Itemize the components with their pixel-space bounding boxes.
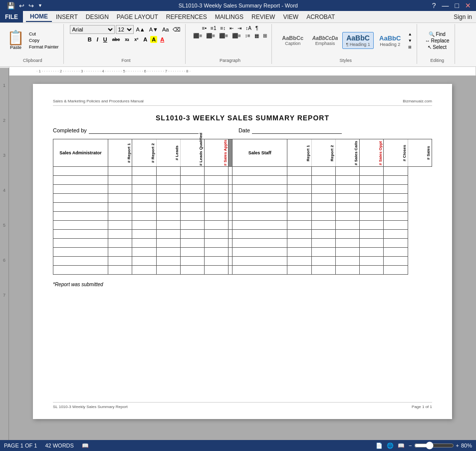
table-cell bbox=[233, 194, 287, 203]
table-cell bbox=[205, 257, 229, 266]
styles-scroll-up[interactable]: ▲ bbox=[407, 31, 414, 37]
style-heading1[interactable]: AaBbC ¶ Heading 1 bbox=[342, 32, 373, 49]
align-right-btn[interactable]: ⬛≡ bbox=[218, 32, 230, 39]
th-appts: # Sales Appts bbox=[205, 139, 229, 167]
subscript-btn[interactable]: x₂ bbox=[123, 36, 131, 42]
help-btn[interactable]: ? bbox=[430, 1, 438, 9]
table-cell bbox=[132, 221, 156, 230]
bold-btn[interactable]: B bbox=[86, 36, 94, 43]
font-family-select[interactable]: Arial bbox=[70, 25, 115, 34]
menu-design[interactable]: DESIGN bbox=[82, 12, 113, 21]
superscript-btn[interactable]: x² bbox=[132, 36, 140, 42]
select-btn[interactable]: ↖Select bbox=[428, 44, 447, 50]
style-heading2[interactable]: AaBbC Heading 2 bbox=[375, 33, 405, 48]
paste-btn[interactable]: 📋 Paste bbox=[5, 30, 26, 51]
font-size-select[interactable]: 12 bbox=[116, 25, 134, 34]
show-hide-btn[interactable]: ¶ bbox=[254, 25, 259, 31]
table-cell bbox=[180, 176, 204, 185]
menu-insert[interactable]: INSERT bbox=[52, 12, 82, 21]
style-emphasis[interactable]: AaBbCcDa Emphasis bbox=[309, 34, 341, 47]
menu-review[interactable]: REVIEW bbox=[247, 12, 279, 21]
table-cell bbox=[233, 212, 287, 221]
styles-scroll-down[interactable]: ▼ bbox=[407, 38, 414, 43]
th-closes: # Closes bbox=[384, 139, 408, 167]
table-cell bbox=[132, 212, 156, 221]
ruler-inner: · 1 · · · · · · · · 2 · · · · · · · · 3 … bbox=[9, 67, 476, 75]
redo-quick-btn[interactable]: ↪ bbox=[27, 1, 35, 10]
page-header-left: Sales & Marketing Policies and Procedure… bbox=[53, 99, 144, 103]
menu-references[interactable]: REFERENCES bbox=[162, 12, 211, 21]
table-cell bbox=[335, 239, 359, 248]
file-menu[interactable]: FILE bbox=[0, 11, 23, 22]
font-label: Font bbox=[67, 58, 186, 63]
table-cell bbox=[360, 248, 384, 257]
menu-home[interactable]: HOME bbox=[26, 12, 52, 22]
bullets-btn[interactable]: ≡• bbox=[201, 25, 208, 31]
minimize-btn[interactable]: — bbox=[440, 1, 451, 9]
text-effect-btn[interactable]: A bbox=[141, 36, 149, 43]
table-cell bbox=[156, 203, 180, 212]
sign-in-btn[interactable]: Sign in bbox=[450, 12, 476, 21]
table-cell bbox=[108, 266, 132, 275]
table-cell bbox=[360, 266, 384, 275]
table-cell bbox=[53, 203, 108, 212]
table-cell bbox=[233, 203, 287, 212]
align-left-btn[interactable]: ⬛≡ bbox=[192, 32, 204, 39]
increase-indent-btn[interactable]: ⇥ bbox=[236, 25, 243, 31]
align-center-btn[interactable]: ⬛≡ bbox=[205, 32, 217, 39]
numbering-btn[interactable]: ≡1 bbox=[209, 25, 218, 31]
clipboard-controls: 📋 Paste Cut Copy Format Painter bbox=[5, 30, 60, 51]
table-cell bbox=[287, 221, 311, 230]
cut-btn[interactable]: Cut bbox=[27, 31, 60, 37]
shading-btn[interactable]: ▦ bbox=[253, 32, 260, 39]
table-cell bbox=[108, 176, 132, 185]
change-case-btn[interactable]: Aa bbox=[161, 26, 170, 33]
line-spacing-btn[interactable]: ↕≡ bbox=[243, 32, 252, 39]
table-cell bbox=[180, 203, 204, 212]
table-cell bbox=[233, 221, 287, 230]
table-cell bbox=[132, 176, 156, 185]
styles-group: AaBbCc Caption AaBbCcDa Emphasis AaBbC ¶… bbox=[275, 24, 417, 64]
replace-btn[interactable]: ↔Replace bbox=[425, 38, 450, 43]
menu-acrobat[interactable]: ACROBAT bbox=[302, 12, 339, 21]
grow-font-btn[interactable]: A▲ bbox=[135, 26, 147, 33]
shrink-font-btn[interactable]: A▼ bbox=[148, 26, 160, 33]
multilevel-btn[interactable]: ≡↕ bbox=[219, 25, 228, 31]
underline-btn[interactable]: U bbox=[101, 36, 109, 43]
strikethrough-btn[interactable]: abc bbox=[110, 36, 122, 42]
table-cell bbox=[311, 212, 335, 221]
justify-btn[interactable]: ⬛≡ bbox=[231, 32, 242, 39]
close-btn[interactable]: ✕ bbox=[463, 1, 473, 9]
more-quick-btn[interactable]: ▼ bbox=[37, 2, 43, 8]
highlight-btn[interactable]: A bbox=[150, 36, 157, 43]
table-cell bbox=[132, 248, 156, 257]
styles-more[interactable]: ⊞ bbox=[407, 44, 414, 50]
format-painter-btn[interactable]: Format Painter bbox=[27, 44, 60, 50]
save-quick-btn[interactable]: 💾 bbox=[6, 1, 16, 10]
maximize-btn[interactable]: □ bbox=[453, 1, 461, 9]
page-footer-left: SL 1010-3 Weekly Sales Summary Report bbox=[53, 405, 128, 409]
table-cell bbox=[311, 221, 335, 230]
editing-label: Editing bbox=[420, 58, 455, 63]
table-cell bbox=[287, 212, 311, 221]
menu-mailings[interactable]: MAILINGS bbox=[211, 12, 247, 21]
date-line bbox=[252, 127, 342, 134]
menu-page-layout[interactable]: PAGE LAYOUT bbox=[113, 12, 162, 21]
borders-btn[interactable]: ⊞ bbox=[261, 32, 268, 39]
table-cell bbox=[108, 257, 132, 266]
find-btn[interactable]: 🔍Find bbox=[429, 31, 445, 37]
italic-btn[interactable]: I bbox=[95, 36, 100, 43]
clear-format-btn[interactable]: ⌫ bbox=[171, 26, 182, 33]
decrease-indent-btn[interactable]: ⇤ bbox=[228, 25, 235, 31]
table-cell bbox=[233, 257, 287, 266]
sort-btn[interactable]: ↕A bbox=[244, 25, 253, 31]
table-cell bbox=[180, 221, 204, 230]
undo-quick-btn[interactable]: ↩ bbox=[18, 1, 25, 10]
copy-btn[interactable]: Copy bbox=[27, 37, 60, 43]
font-color-btn[interactable]: A bbox=[158, 36, 166, 43]
table-cell bbox=[156, 212, 180, 221]
style-caption[interactable]: AaBbCc Caption bbox=[278, 33, 308, 47]
menu-view[interactable]: VIEW bbox=[279, 12, 302, 21]
page-footer: SL 1010-3 Weekly Sales Summary Report Pa… bbox=[53, 402, 432, 409]
table-cell bbox=[233, 239, 287, 248]
